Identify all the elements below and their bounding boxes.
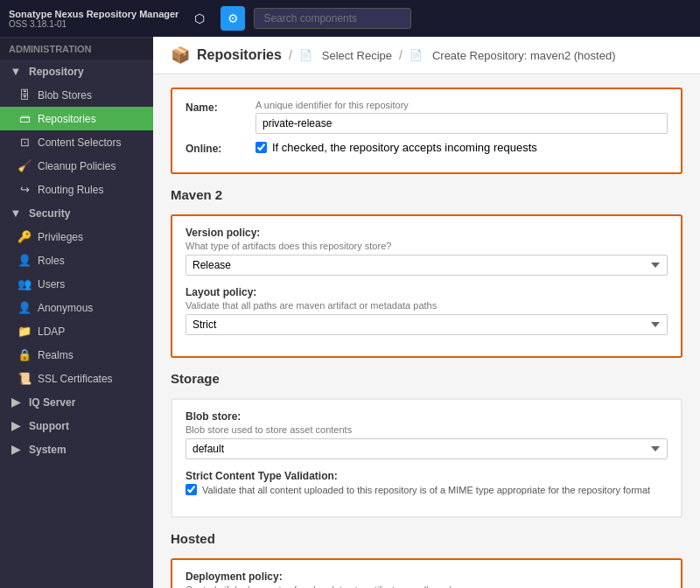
sidebar-item-content-selectors[interactable]: ⊡ Content Selectors [0, 130, 153, 154]
version-policy-label: Version policy: [186, 227, 668, 239]
layout-policy-label: Layout policy: [186, 286, 668, 298]
sidebar-item-anonymous-label: Anonymous [38, 302, 93, 314]
strict-content-check-row: Validate that all content uploaded to th… [186, 484, 668, 495]
version-policy-hint: What type of artifacts does this reposit… [186, 241, 668, 251]
sidebar-item-roles-label: Roles [38, 255, 65, 267]
breadcrumb-step2-icon: 📄 [410, 49, 423, 61]
online-field-content: If checked, the repository accepts incom… [256, 141, 668, 154]
maven2-section: Version policy: What type of artifacts d… [171, 214, 682, 358]
repositories-icon: 🗃 [18, 112, 32, 125]
sidebar-item-privileges-label: Privileges [38, 231, 83, 243]
sidebar-group-repository-label: Repository [29, 66, 84, 78]
breadcrumb-sep1: / [289, 48, 292, 62]
deployment-policy-label: Deployment policy: [186, 570, 668, 583]
sidebar-group-system-label: System [29, 444, 66, 456]
sidebar-item-repositories-label: Repositories [38, 113, 96, 125]
admin-header: Administration [0, 38, 153, 60]
sidebar: Administration ▼ Repository 🗄 Blob Store… [0, 37, 153, 588]
name-input[interactable] [256, 113, 668, 134]
app-logo: Sonatype Nexus Repository Manager OSS 3.… [9, 9, 178, 29]
sidebar-item-realms-label: Realms [38, 349, 74, 361]
sidebar-item-privileges[interactable]: 🔑 Privileges [0, 225, 153, 248]
support-caret-icon: ▶ [9, 419, 23, 432]
sidebar-group-iq-server[interactable]: ▶ IQ Server [0, 390, 153, 414]
blob-store-label: Blob store: [186, 410, 668, 423]
hosted-title: Hosted [171, 531, 682, 550]
form-content: Name: A unique identifier for this repos… [153, 74, 700, 588]
topbar: Sonatype Nexus Repository Manager OSS 3.… [0, 0, 700, 37]
security-caret-icon: ▼ [9, 206, 23, 220]
hosted-section: Deployment policy: Controls if deploymen… [171, 558, 682, 588]
sidebar-item-blob-stores[interactable]: 🗄 Blob Stores [0, 83, 153, 107]
cleanup-policies-icon: 🧹 [18, 159, 32, 172]
breadcrumb-main-icon: 📦 [171, 46, 190, 65]
sidebar-item-anonymous[interactable]: 👤 Anonymous [0, 296, 153, 319]
breadcrumb: 📦 Repositories / 📄 Select Recipe / 📄 Cre… [153, 37, 700, 74]
sidebar-group-support-label: Support [29, 420, 69, 432]
breadcrumb-step1-icon: 📄 [299, 49, 312, 61]
privileges-icon: 🔑 [18, 230, 32, 243]
name-hint: A unique identifier for this repository [256, 100, 668, 110]
sidebar-item-users[interactable]: 👥 Users [0, 272, 153, 296]
blob-store-hint: Blob store used to store asset contents [186, 424, 668, 435]
blob-store-select[interactable]: default [186, 438, 668, 459]
strict-content-checkbox[interactable] [186, 484, 197, 495]
sidebar-item-ldap-label: LDAP [38, 326, 65, 338]
sidebar-group-support[interactable]: ▶ Support [0, 414, 153, 438]
strict-content-group: Strict Content Type Validation: Validate… [186, 470, 668, 495]
sidebar-item-blob-stores-label: Blob Stores [38, 89, 92, 102]
online-label: Online: [186, 141, 242, 155]
layout-policy-select[interactable]: Strict Permissive [186, 314, 668, 335]
online-field-row: Online: If checked, the repository accep… [186, 141, 668, 155]
sidebar-item-cleanup-policies[interactable]: 🧹 Cleanup Policies [0, 154, 153, 178]
ldap-icon: 📁 [18, 325, 32, 338]
sidebar-item-ldap[interactable]: 📁 LDAP [0, 319, 153, 343]
cube-icon[interactable]: ⬡ [187, 6, 212, 31]
breadcrumb-main-title: Repositories [197, 47, 282, 63]
name-label: Name: [186, 100, 242, 114]
blob-stores-icon: 🗄 [18, 88, 32, 102]
breadcrumb-step2: Create Repository: maven2 (hosted) [432, 49, 616, 62]
sidebar-item-cleanup-policies-label: Cleanup Policies [38, 160, 116, 172]
sidebar-item-roles[interactable]: 👤 Roles [0, 248, 153, 272]
layout-policy-hint: Validate that all paths are maven artifa… [186, 300, 668, 311]
breadcrumb-step1[interactable]: Select Recipe [322, 49, 392, 62]
sidebar-group-security[interactable]: ▼ Security [0, 201, 153, 225]
storage-section: Blob store: Blob store used to store ass… [171, 398, 682, 518]
strict-content-label: Strict Content Type Validation: [186, 470, 668, 482]
name-field-row: Name: A unique identifier for this repos… [186, 100, 668, 134]
sidebar-group-system[interactable]: ▶ System [0, 438, 153, 461]
system-caret-icon: ▶ [9, 443, 23, 456]
name-online-section: Name: A unique identifier for this repos… [171, 88, 682, 174]
strict-content-hint: Validate that all content uploaded to th… [202, 485, 650, 495]
sidebar-item-content-selectors-label: Content Selectors [38, 136, 121, 149]
gear-icon[interactable]: ⚙ [220, 6, 245, 31]
deployment-policy-group: Deployment policy: Controls if deploymen… [186, 570, 668, 588]
sidebar-item-realms[interactable]: 🔒 Realms [0, 343, 153, 367]
name-field-content: A unique identifier for this repository [256, 100, 668, 134]
sidebar-group-security-label: Security [29, 207, 70, 220]
version-policy-select[interactable]: Release Snapshot Mixed [186, 255, 668, 276]
online-hint: If checked, the repository accepts incom… [272, 141, 537, 154]
app-name: Sonatype Nexus Repository Manager [9, 9, 178, 19]
storage-title: Storage [171, 371, 682, 389]
caret-icon: ▼ [9, 65, 23, 78]
users-icon: 👥 [18, 277, 32, 290]
realms-icon: 🔒 [18, 348, 32, 361]
sidebar-item-routing-rules[interactable]: ↪ Routing Rules [0, 178, 153, 201]
blob-store-group: Blob store: Blob store used to store ass… [186, 410, 668, 459]
search-input[interactable] [254, 8, 411, 29]
sidebar-group-iq-server-label: IQ Server [29, 396, 75, 409]
routing-rules-icon: ↪ [18, 183, 32, 196]
sidebar-item-ssl-certs[interactable]: 📜 SSL Certificates [0, 367, 153, 390]
app-version: OSS 3.18.1-01 [9, 19, 178, 29]
sidebar-item-repositories[interactable]: 🗃 Repositories [0, 107, 153, 130]
sidebar-group-repository[interactable]: ▼ Repository [0, 60, 153, 83]
content-area: 📦 Repositories / 📄 Select Recipe / 📄 Cre… [153, 37, 700, 588]
sidebar-item-routing-rules-label: Routing Rules [38, 184, 103, 196]
online-checkbox-row: If checked, the repository accepts incom… [256, 141, 668, 154]
sidebar-item-users-label: Users [38, 278, 65, 290]
online-checkbox[interactable] [256, 142, 267, 153]
iq-server-caret-icon: ▶ [9, 396, 23, 409]
sidebar-item-ssl-label: SSL Certificates [38, 373, 113, 385]
